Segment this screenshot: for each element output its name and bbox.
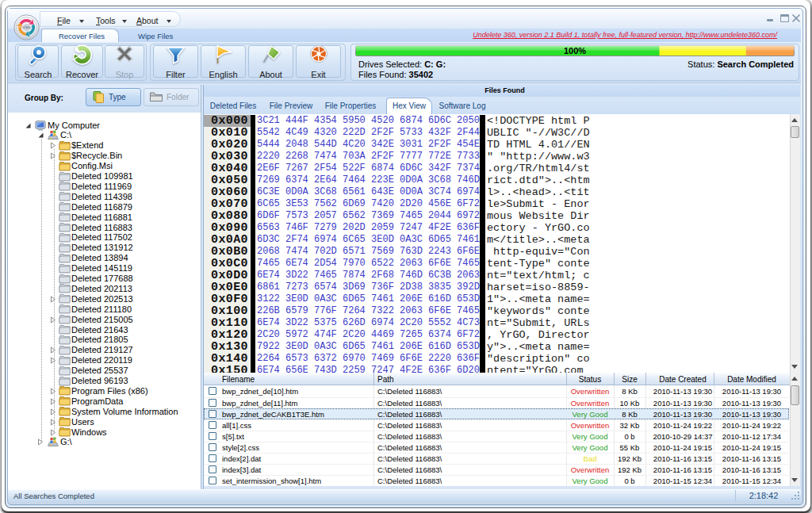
svg-text:U360: U360	[22, 25, 31, 29]
